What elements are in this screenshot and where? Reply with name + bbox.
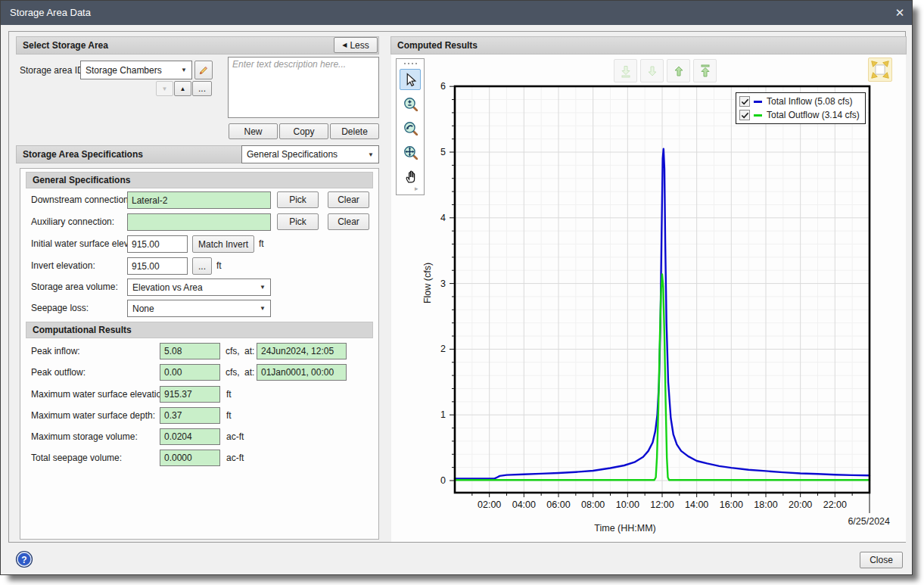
title-bar: Storage Area Data ✕ xyxy=(1,1,912,25)
more-options-button[interactable]: ... xyxy=(192,81,212,96)
svg-text:12:00: 12:00 xyxy=(650,499,674,510)
less-button[interactable]: ◀ Less xyxy=(334,37,378,53)
max-storage-field[interactable] xyxy=(160,428,220,445)
outflow-legend-label: Total Outflow (3.14 cfs) xyxy=(767,110,860,120)
peak-inflow-unit: cfs, xyxy=(226,346,240,357)
peak-inflow-field[interactable] xyxy=(160,343,220,359)
specifications-mode-combobox[interactable]: General Specifications ▼ xyxy=(241,145,379,163)
inflow-checkbox[interactable] xyxy=(739,96,750,107)
downstream-clear-button[interactable]: Clear xyxy=(328,191,369,208)
svg-text:5: 5 xyxy=(440,147,446,157)
pan-tool-button[interactable] xyxy=(400,166,421,187)
initial-wse-field[interactable] xyxy=(127,235,188,253)
max-storage-label: Maximum storage volume: xyxy=(31,431,138,443)
svg-text:06:00: 06:00 xyxy=(546,499,570,510)
svg-text:2: 2 xyxy=(440,344,446,354)
flow-chart-plot-area[interactable]: 012345602:0004:0006:0008:0010:0012:0014:… xyxy=(455,86,870,493)
zoom-in-out-tool-button[interactable] xyxy=(400,93,421,114)
zoom-extents-tool-button[interactable] xyxy=(400,142,421,163)
legend-row-inflow: Total Inflow (5.08 cfs) xyxy=(739,95,862,108)
chevron-down-icon: ▼ xyxy=(181,67,187,73)
auxiliary-connection-label: Auxiliary connection: xyxy=(31,216,114,228)
pencil-icon xyxy=(198,64,210,76)
svg-text:0: 0 xyxy=(440,475,446,486)
delete-button[interactable]: Delete xyxy=(330,123,379,139)
peak-outflow-field[interactable] xyxy=(160,364,220,381)
chart-date-label: 6/25/2024 xyxy=(813,516,890,527)
toolbar-grip[interactable] xyxy=(397,63,424,64)
inflow-legend-label: Total Inflow (5.08 cfs) xyxy=(767,96,852,107)
invert-elevation-field[interactable] xyxy=(127,257,188,275)
description-textarea[interactable] xyxy=(228,57,379,118)
outflow-line-swatch xyxy=(754,114,762,117)
rename-storage-area-button[interactable] xyxy=(194,61,213,79)
down-arrow-bar-icon xyxy=(620,64,632,78)
storage-area-id-label: Storage area ID: xyxy=(20,65,86,76)
match-invert-button[interactable]: Match Invert xyxy=(192,235,254,253)
hand-icon xyxy=(403,169,418,184)
move-up-list-button[interactable]: ▲ xyxy=(174,81,191,96)
copy-button[interactable]: Copy xyxy=(279,123,328,139)
auxiliary-connection-field[interactable] xyxy=(127,213,271,231)
max-depth-unit: ft xyxy=(226,410,232,422)
storage-area-id-combobox[interactable]: Storage Chambers ▼ xyxy=(80,61,192,79)
pointer-tool-button[interactable] xyxy=(400,69,421,90)
move-up-button[interactable] xyxy=(667,59,690,82)
general-specifications-subheader: General Specifications xyxy=(26,172,373,188)
max-wse-label: Maximum water surface elevation: xyxy=(31,389,169,400)
auxiliary-pick-button[interactable]: Pick xyxy=(277,213,319,230)
invert-elevation-unit: ft xyxy=(216,260,222,272)
move-to-bottom-button[interactable] xyxy=(614,59,637,82)
toolbar-expander-icon[interactable]: ▸ xyxy=(415,185,418,192)
move-down-list-button[interactable]: ▼ xyxy=(156,81,173,96)
peak-inflow-time-field[interactable] xyxy=(257,343,347,359)
peak-outflow-unit: cfs, xyxy=(226,367,240,378)
help-button[interactable]: ? xyxy=(15,550,33,568)
y-axis-title: Flow (cfs) xyxy=(422,241,433,325)
auxiliary-clear-button[interactable]: Clear xyxy=(328,213,369,230)
up-arrow-bar-icon xyxy=(699,64,711,78)
svg-text:10:00: 10:00 xyxy=(616,499,639,510)
peak-outflow-time-field[interactable] xyxy=(257,364,347,381)
storage-area-data-window: Storage Area Data ✕ Select Storage Area … xyxy=(0,0,913,575)
svg-text:22:00: 22:00 xyxy=(823,499,847,510)
chevron-down-icon: ▼ xyxy=(368,151,374,158)
move-down-button[interactable] xyxy=(640,59,664,82)
zoom-previous-icon xyxy=(403,121,418,135)
storage-volume-combobox[interactable]: Elevation vs Area ▼ xyxy=(127,278,271,296)
invert-elevation-more-button[interactable]: ... xyxy=(192,257,212,275)
chart-legend: Total Inflow (5.08 cfs) Total Outflow (3… xyxy=(736,92,866,124)
ellipsis-icon: ... xyxy=(198,83,206,94)
zoom-previous-tool-button[interactable] xyxy=(400,117,421,138)
window-title: Storage Area Data xyxy=(10,7,91,18)
svg-text:20:00: 20:00 xyxy=(789,499,812,510)
move-to-top-button[interactable] xyxy=(693,59,717,82)
svg-text:6: 6 xyxy=(440,81,446,92)
x-axis-title: Time (HH:MM) xyxy=(565,523,686,534)
new-button[interactable]: New xyxy=(229,123,278,139)
downstream-pick-button[interactable]: Pick xyxy=(277,191,319,208)
close-button[interactable]: Close xyxy=(860,552,903,568)
max-wse-field[interactable] xyxy=(160,386,220,403)
initial-wse-label: Initial water surface elev: xyxy=(31,238,131,250)
outflow-checkbox[interactable] xyxy=(739,110,750,120)
check-icon xyxy=(741,98,749,106)
up-arrow-icon: ▲ xyxy=(180,86,186,92)
max-depth-field[interactable] xyxy=(160,407,220,424)
seepage-loss-label: Seepage loss: xyxy=(31,303,89,314)
chevron-down-icon: ▼ xyxy=(260,305,266,312)
window-close-icon[interactable]: ✕ xyxy=(891,5,909,21)
legend-row-outflow: Total Outflow (3.14 cfs) xyxy=(739,109,862,122)
maximize-plot-button[interactable] xyxy=(868,58,892,82)
svg-text:?: ? xyxy=(21,555,26,565)
total-seepage-field[interactable] xyxy=(160,450,220,466)
computational-results-subheader: Computational Results xyxy=(26,322,373,338)
downstream-connection-field[interactable] xyxy=(127,191,271,209)
svg-text:14:00: 14:00 xyxy=(685,499,708,510)
down-arrow-icon: ▼ xyxy=(162,86,168,92)
computed-results-header: Computed Results xyxy=(390,36,907,54)
total-seepage-unit: ac-ft xyxy=(226,453,244,464)
initial-wse-unit: ft xyxy=(259,238,264,250)
seepage-loss-combobox[interactable]: None ▼ xyxy=(127,300,271,317)
chart-toolbar: ▸ xyxy=(396,58,425,195)
